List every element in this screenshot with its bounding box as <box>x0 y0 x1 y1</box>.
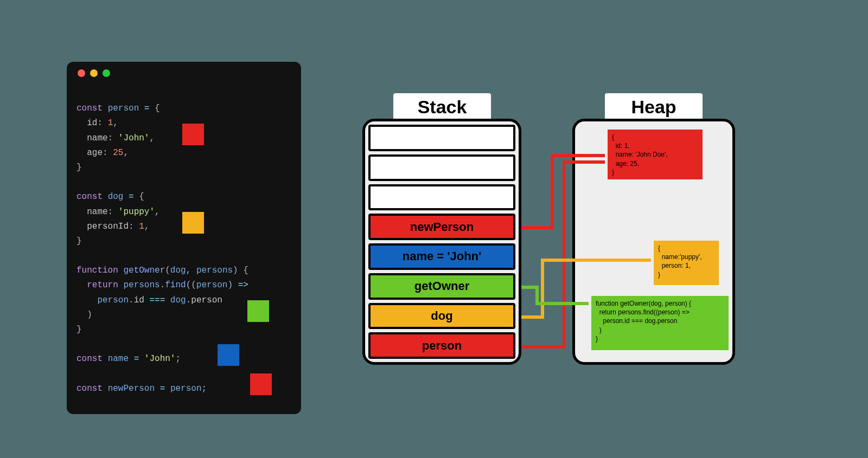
marker-newperson-red-icon <box>250 373 272 395</box>
close-icon <box>78 69 85 77</box>
heap-container: { id: 1, name: 'John Doe', age: 25, } { … <box>572 119 735 365</box>
stack-slot-name: name = 'John' <box>368 243 515 270</box>
stack-slot-dog: dog <box>368 303 515 330</box>
heap-object-person: { id: 1, name: 'John Doe', age: 25, } <box>608 130 703 179</box>
marker-name-blue-icon <box>218 344 239 366</box>
stack-slot-empty <box>368 154 515 181</box>
stack-slot-newperson: newPerson <box>368 214 515 240</box>
stack-slot-empty <box>368 125 515 151</box>
marker-dog-orange-icon <box>182 212 204 234</box>
code-editor-window: const person = { id: 1, name: 'John', ag… <box>67 62 301 414</box>
heap-object-getowner: function getOwner(dog, person) { return … <box>591 296 729 350</box>
window-traffic-lights <box>76 69 291 77</box>
zoom-icon <box>103 69 110 77</box>
stack-slot-getowner: getOwner <box>368 273 515 300</box>
code-block: const person = { id: 1, name: 'John', ag… <box>76 87 291 458</box>
stack-slot-empty <box>368 184 515 211</box>
stack-container: newPerson name = 'John' getOwner dog per… <box>362 119 521 365</box>
heap-object-dog: { name:'puppy', person: 1, } <box>654 241 719 285</box>
marker-getowner-green-icon <box>247 300 269 322</box>
minimize-icon <box>90 69 98 77</box>
stack-slot-person: person <box>368 332 515 359</box>
marker-person-red-icon <box>182 124 204 145</box>
